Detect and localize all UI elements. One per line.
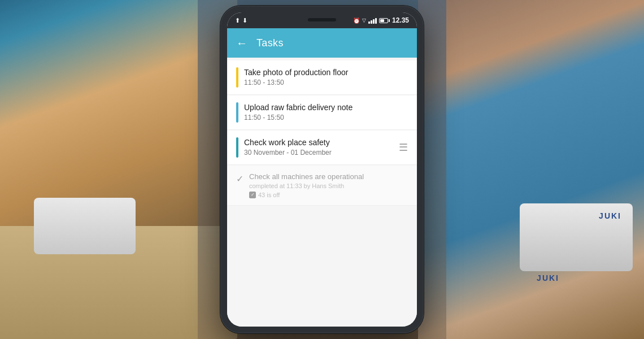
task-item-4[interactable]: ✓ Check all machines are operational com…	[227, 166, 417, 206]
phone-speaker	[308, 18, 336, 21]
sewing-machine-left	[34, 198, 136, 254]
phone-screen: ⬆ ⬇ ⏰ ▽	[227, 12, 417, 327]
task-content-3: Check work place safety 30 November - 01…	[244, 137, 393, 157]
upload-icon: ⬆	[235, 17, 240, 24]
task-time-2: 11:50 - 15:50	[244, 114, 408, 121]
checkbox-label: 43 is off	[258, 192, 280, 198]
task-content-2: Upload raw fabric delivery note 11:50 - …	[244, 102, 408, 121]
signal-bar-2	[371, 20, 372, 24]
task-completed-title: Check all machines are operational	[249, 172, 408, 181]
phone-device: ⬆ ⬇ ⏰ ▽	[220, 6, 424, 333]
status-right-icons: ⏰ ▽	[353, 16, 409, 24]
task-check-icon: ✓	[236, 173, 243, 184]
task-checkbox-item[interactable]: ✓ 43 is off	[249, 192, 408, 198]
back-button[interactable]: ←	[236, 37, 247, 49]
task-title-2: Upload raw fabric delivery note	[244, 102, 408, 112]
task-list: Take photo of production floor 11:50 - 1…	[227, 58, 417, 327]
task-bar-2	[236, 102, 238, 123]
task-content-4: Check all machines are operational compl…	[249, 172, 408, 198]
signal-bar-4	[375, 18, 377, 24]
task-item-1[interactable]: Take photo of production floor 11:50 - 1…	[227, 60, 417, 95]
task-completed-by: completed at 11:33 by Hans Smith	[249, 182, 408, 190]
signal-bar-3	[373, 19, 375, 24]
battery-body	[379, 18, 388, 23]
copy-icon: ⬇	[242, 17, 247, 24]
juki-label-2: JUKI	[537, 273, 559, 282]
task-list-icon: ☰	[399, 141, 408, 154]
task-title-3: Check work place safety	[244, 137, 393, 147]
task-title-1: Take photo of production floor	[244, 67, 408, 77]
battery-tip	[389, 19, 390, 22]
juki-label: JUKI	[599, 211, 621, 220]
signal-bars	[368, 17, 377, 24]
wifi-icon: ▽	[362, 18, 366, 23]
status-time: 12.35	[392, 16, 409, 24]
checkbox-check: ✓	[251, 193, 255, 197]
app-bar-title: Tasks	[256, 37, 284, 49]
status-left-icons: ⬆ ⬇	[235, 17, 247, 24]
battery-indicator	[379, 18, 390, 23]
factory-person-right: JUKI JUKI	[418, 0, 644, 339]
task-item-3[interactable]: Check work place safety 30 November - 01…	[227, 131, 417, 165]
mini-checkbox[interactable]: ✓	[249, 192, 256, 198]
task-time-1: 11:50 - 13:50	[244, 79, 408, 86]
task-item-2[interactable]: Upload raw fabric delivery note 11:50 - …	[227, 95, 417, 130]
app-bar: ← Tasks	[227, 28, 417, 58]
phone-wrapper: ⬆ ⬇ ⏰ ▽	[220, 6, 424, 333]
task-content-1: Take photo of production floor 11:50 - 1…	[244, 67, 408, 86]
task-time-3: 30 November - 01 December	[244, 149, 393, 157]
alarm-icon: ⏰	[353, 18, 360, 24]
battery-fill	[380, 19, 384, 22]
signal-bar-1	[368, 21, 370, 24]
task-bar-1	[236, 67, 238, 88]
task-bar-3	[236, 137, 238, 158]
